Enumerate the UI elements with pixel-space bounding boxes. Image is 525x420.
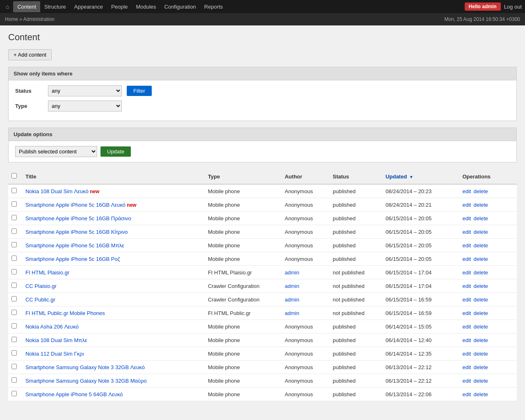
status-select[interactable]: any bbox=[48, 85, 122, 96]
delete-link[interactable]: delete bbox=[473, 337, 488, 343]
nav-modules[interactable]: Modules bbox=[132, 1, 160, 12]
content-title-link[interactable]: CC Public.gr bbox=[25, 297, 55, 303]
content-title-link[interactable]: FI HTML Public.gr Mobile Phones bbox=[25, 310, 105, 316]
nav-content[interactable]: Content bbox=[13, 1, 40, 12]
nav-structure[interactable]: Structure bbox=[40, 1, 70, 12]
edit-link[interactable]: edit bbox=[462, 391, 471, 397]
edit-link[interactable]: edit bbox=[462, 283, 471, 289]
row-checkbox[interactable] bbox=[11, 350, 17, 356]
edit-link[interactable]: edit bbox=[462, 378, 471, 384]
row-checkbox[interactable] bbox=[11, 296, 17, 301]
delete-link[interactable]: delete bbox=[473, 310, 488, 316]
row-checkbox[interactable] bbox=[11, 188, 17, 193]
content-title-link[interactable]: Nokia 108 Dual Sim Λευκό bbox=[25, 188, 89, 194]
delete-link[interactable]: delete bbox=[473, 351, 488, 357]
edit-link[interactable]: edit bbox=[462, 310, 471, 316]
filter-button[interactable]: Filter bbox=[127, 86, 152, 96]
content-title-link[interactable]: Smartphone Samsung Galaxy Note 3 32GB Μα… bbox=[25, 378, 147, 384]
content-title-link[interactable]: Nokia 112 Dual Sim Γκρι bbox=[25, 351, 84, 357]
row-checkbox[interactable] bbox=[11, 215, 17, 220]
delete-link[interactable]: delete bbox=[473, 297, 488, 303]
row-checkbox[interactable] bbox=[11, 323, 17, 329]
update-button[interactable]: Update bbox=[100, 146, 131, 157]
update-action-select[interactable]: Publish selected content bbox=[15, 146, 97, 157]
content-title-link[interactable]: FI HTML Plaisio.gr bbox=[25, 269, 69, 276]
content-author[interactable]: admin bbox=[281, 293, 329, 306]
edit-link[interactable]: edit bbox=[462, 242, 471, 249]
row-checkbox[interactable] bbox=[11, 377, 17, 383]
delete-link[interactable]: delete bbox=[473, 229, 488, 235]
breadcrumb-home[interactable]: Home bbox=[5, 16, 18, 22]
edit-link[interactable]: edit bbox=[462, 215, 471, 221]
nav-people[interactable]: People bbox=[107, 1, 132, 12]
edit-link[interactable]: edit bbox=[462, 229, 471, 235]
author-link[interactable]: admin bbox=[285, 269, 299, 276]
edit-link[interactable]: edit bbox=[462, 364, 471, 370]
delete-link[interactable]: delete bbox=[473, 242, 488, 249]
author-link[interactable]: admin bbox=[285, 297, 299, 303]
row-checkbox[interactable] bbox=[11, 364, 17, 369]
delete-link[interactable]: delete bbox=[473, 188, 488, 194]
content-status: published bbox=[329, 320, 382, 333]
content-title-link[interactable]: CC Plaisio.gr bbox=[25, 283, 57, 289]
row-checkbox[interactable] bbox=[11, 269, 17, 274]
delete-link[interactable]: delete bbox=[473, 256, 488, 262]
edit-link[interactable]: edit bbox=[462, 351, 471, 357]
delete-link[interactable]: delete bbox=[473, 283, 488, 289]
delete-link[interactable]: delete bbox=[473, 378, 488, 384]
author-link[interactable]: admin bbox=[285, 283, 299, 289]
row-checkbox[interactable] bbox=[11, 283, 17, 288]
type-select[interactable]: any bbox=[48, 100, 122, 112]
row-checkbox[interactable] bbox=[11, 242, 17, 247]
edit-link[interactable]: edit bbox=[462, 324, 471, 330]
content-title-link[interactable]: Smartphone Samsung Galaxy Note 3 32GB Λε… bbox=[25, 364, 145, 370]
content-title-link[interactable]: Nokia Asha 206 Λευκό bbox=[25, 324, 79, 330]
content-title-link[interactable]: Smartphone Apple iPhone 5c 16GB Μπλε bbox=[25, 242, 124, 249]
content-updated: 06/13/2014 – 22:12 bbox=[382, 374, 459, 388]
select-all-checkbox[interactable] bbox=[11, 173, 17, 178]
th-type: Type bbox=[205, 169, 281, 184]
nav-reports[interactable]: Reports bbox=[200, 1, 227, 12]
delete-link[interactable]: delete bbox=[473, 391, 488, 397]
edit-link[interactable]: edit bbox=[462, 188, 471, 194]
delete-link[interactable]: delete bbox=[473, 269, 488, 276]
row-checkbox[interactable] bbox=[11, 310, 17, 315]
add-content-button[interactable]: + Add content bbox=[8, 49, 52, 60]
delete-link[interactable]: delete bbox=[473, 324, 488, 330]
edit-link[interactable]: edit bbox=[462, 269, 471, 276]
delete-link[interactable]: delete bbox=[473, 364, 488, 370]
home-icon[interactable]: ⌂ bbox=[3, 3, 11, 10]
delete-link[interactable]: delete bbox=[473, 215, 488, 221]
content-status: published bbox=[329, 184, 382, 198]
content-title-link[interactable]: Smartphone Apple iPhone 5c 16GB Πράσινο bbox=[25, 215, 131, 221]
update-body: Publish selected content Update bbox=[9, 141, 516, 162]
th-updated[interactable]: Updated ▼ bbox=[382, 169, 459, 184]
content-title-link[interactable]: Smartphone Apple iPhone 5c 16GB Λευκό bbox=[25, 202, 126, 208]
row-checkbox[interactable] bbox=[11, 337, 17, 342]
edit-link[interactable]: edit bbox=[462, 256, 471, 262]
table-row: Nokia 112 Dual Sim ΓκριMobile phoneAnony… bbox=[8, 347, 517, 361]
content-author[interactable]: admin bbox=[281, 279, 329, 293]
delete-link[interactable]: delete bbox=[473, 202, 488, 208]
content-type: FI HTML Public.gr bbox=[205, 306, 281, 320]
edit-link[interactable]: edit bbox=[462, 337, 471, 343]
content-operations: editdelete bbox=[459, 374, 517, 388]
content-author[interactable]: admin bbox=[281, 266, 329, 279]
content-status: published bbox=[329, 225, 382, 239]
row-checkbox[interactable] bbox=[11, 201, 17, 207]
nav-appearance[interactable]: Appearance bbox=[70, 1, 107, 12]
edit-link[interactable]: edit bbox=[462, 297, 471, 303]
row-checkbox[interactable] bbox=[11, 256, 17, 261]
content-title-link[interactable]: Smartphone Apple iPhone 5c 16GB Κίτρινο bbox=[25, 229, 128, 235]
nav-configuration[interactable]: Configuration bbox=[160, 1, 200, 12]
row-checkbox[interactable] bbox=[11, 228, 17, 234]
content-title-link[interactable]: Smartphone Apple iPhone 5c 16GB Ροζ bbox=[25, 256, 120, 262]
content-title-link[interactable]: Nokia 108 Dual Sim Μπλε bbox=[25, 337, 87, 343]
logout-link[interactable]: Log out bbox=[504, 4, 522, 10]
table-row: Smartphone Apple iPhone 5c 16GB ΚίτρινοM… bbox=[8, 225, 517, 239]
row-checkbox[interactable] bbox=[11, 391, 17, 396]
author-link[interactable]: admin bbox=[285, 310, 299, 316]
edit-link[interactable]: edit bbox=[462, 202, 471, 208]
content-title-link[interactable]: Smartphone Apple iPhone 5 64GB Λευκό bbox=[25, 391, 123, 397]
content-author[interactable]: admin bbox=[281, 306, 329, 320]
